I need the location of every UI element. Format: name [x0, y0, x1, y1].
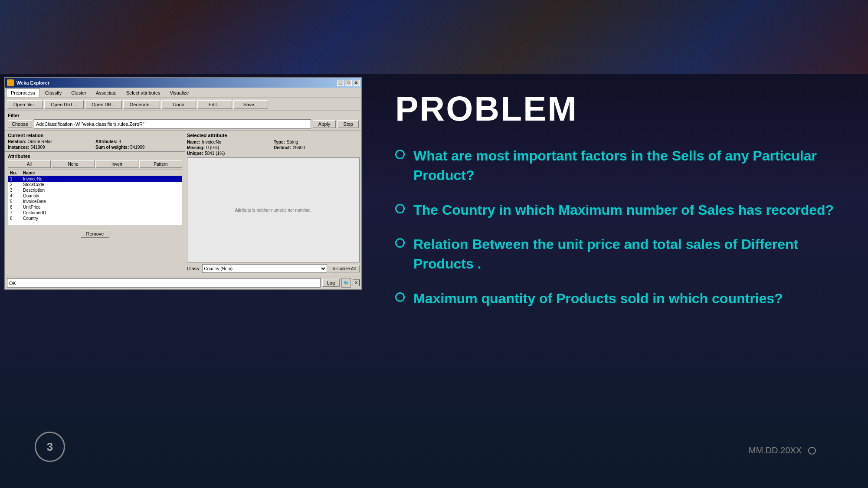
table-row[interactable]: 8 Country: [8, 216, 182, 221]
open-file-button[interactable]: Open file...: [7, 100, 43, 109]
filter-label: Filter: [8, 113, 359, 118]
col-no-header: No.: [10, 170, 23, 175]
pattern-button[interactable]: Pattern: [139, 160, 182, 168]
save-button[interactable]: Save...: [233, 100, 268, 109]
missing-value: 0 (0%): [206, 145, 219, 150]
tab-select-attributes[interactable]: Select attributes: [122, 89, 165, 97]
filter-input[interactable]: [34, 119, 311, 129]
vis-placeholder-text: Attribute is neither numeric nor nominal…: [235, 208, 312, 213]
open-db-button[interactable]: Open DB...: [85, 100, 121, 109]
apply-button[interactable]: Apply: [313, 120, 336, 128]
none-button[interactable]: None: [52, 160, 95, 168]
weka-app-icon: [7, 79, 14, 86]
tab-cluster[interactable]: Cluster: [67, 89, 91, 97]
bullet-text-3: Relation Between the unit price and tota…: [413, 235, 842, 274]
minimize-button[interactable]: _: [337, 80, 344, 86]
current-relation-label: Current relation: [8, 133, 182, 138]
tab-visualize[interactable]: Visualize: [166, 89, 193, 97]
name-value: InvoiceNo: [202, 140, 221, 144]
table-row[interactable]: 6 UnitPrice: [8, 204, 182, 210]
attr-unique-item: Unique: 5841 (1%): [187, 151, 273, 156]
slide-date: MM.DD.20XX: [749, 445, 816, 455]
bullet-text-1: What are most important factors in the S…: [413, 146, 842, 185]
status-text: OK: [7, 278, 321, 288]
missing-label: Missing:: [187, 145, 205, 150]
edit-button[interactable]: Edit...: [197, 100, 232, 109]
table-header: No. Name: [8, 170, 182, 176]
attr-buttons-row: All None Invert Pattern: [8, 160, 182, 168]
bullet-text-2: The Country in which Maximum number of S…: [413, 200, 834, 220]
attributes-table: No. Name 1 InvoiceNo 2 StockCode 3 Descr…: [8, 170, 182, 226]
bg-stripes: [0, 0, 868, 74]
bullet-dot-1: [395, 150, 405, 159]
weka-right-panel: Selected attribute Name: InvoiceNo Type:…: [185, 131, 361, 275]
log-button[interactable]: Log: [322, 279, 340, 287]
type-value: String: [287, 140, 298, 144]
filter-row: Choose Apply Stop: [8, 119, 359, 129]
weka-left-panel: Current relation Relation: Online Retail…: [5, 131, 185, 275]
tab-preprocess[interactable]: Preprocess: [6, 88, 40, 97]
type-label: Type:: [274, 140, 285, 144]
relation-value: Online Retail: [28, 139, 52, 144]
attributes-label: Attributes:: [95, 139, 118, 144]
filter-section: Filter Choose Apply Stop: [5, 111, 361, 131]
all-button[interactable]: All: [8, 160, 51, 168]
bullet-item-4: Maximum quantity of Products sold in whi…: [395, 289, 842, 308]
class-label: Class:: [187, 266, 200, 271]
attributes-label: Attributes: [8, 154, 182, 159]
open-url-button[interactable]: Open URL...: [44, 100, 84, 109]
current-relation-section: Current relation Relation: Online Retail…: [5, 131, 185, 152]
weka-menubar: Preprocess Classify Cluster Associate Se…: [5, 88, 361, 98]
weka-window-controls: _ □ ✕: [337, 80, 360, 86]
visualize-all-button[interactable]: Visualize All: [329, 265, 360, 272]
instances-value: 541909: [30, 145, 45, 150]
status-close-button[interactable]: ✕: [353, 279, 360, 286]
remove-button[interactable]: Remove: [81, 230, 110, 238]
sum-value: 541909: [130, 145, 144, 150]
undo-button[interactable]: Undo: [161, 100, 196, 109]
selected-attribute-label: Selected attribute: [187, 133, 360, 138]
col-name-header: Name: [23, 170, 180, 175]
bullet-text-4: Maximum quantity of Products sold in whi…: [413, 289, 783, 308]
bullet-item-1: What are most important factors in the S…: [395, 146, 842, 185]
attr-missing-item: Missing: 0 (0%): [187, 145, 273, 150]
unique-label: Unique:: [187, 151, 203, 156]
table-row[interactable]: 1 InvoiceNo: [8, 176, 182, 182]
name-label: Name:: [187, 140, 200, 144]
unique-value: 5841 (1%): [205, 151, 225, 156]
tab-classify[interactable]: Classify: [41, 89, 66, 97]
table-row[interactable]: 4 Quantity: [8, 193, 182, 199]
weka-explorer-window: Weka Explorer _ □ ✕ Preprocess Classify …: [4, 77, 362, 290]
attributes-section: Attributes All None Invert Pattern No. N…: [5, 152, 185, 228]
table-row[interactable]: 7 CustomerID: [8, 210, 182, 216]
problem-title: PROBLEM: [395, 89, 842, 129]
table-row[interactable]: 5 InvoiceDate: [8, 199, 182, 204]
maximize-button[interactable]: □: [345, 80, 352, 86]
distinct-value: 25600: [293, 145, 305, 150]
attr-type-item: Type: String: [274, 140, 360, 144]
date-circle: [808, 447, 816, 455]
stop-button[interactable]: Stop: [337, 120, 359, 128]
close-button[interactable]: ✕: [353, 80, 360, 86]
table-row[interactable]: 2 StockCode: [8, 182, 182, 187]
attributes-count-item: Attributes: 8: [95, 139, 182, 144]
slide-number: 3: [35, 432, 65, 462]
table-row[interactable]: 3 Description: [8, 187, 182, 193]
weka-status-bar: OK Log 🐦 ✕: [5, 276, 361, 289]
attributes-value: 8: [118, 139, 121, 144]
choose-button[interactable]: Choose: [8, 120, 32, 128]
invert-button[interactable]: Invert: [95, 160, 138, 168]
instances-label: Instances:: [8, 145, 29, 150]
attribute-info-grid: Name: InvoiceNo Type: String Missing: 0 …: [187, 140, 360, 156]
instances-item: Instances: 541909: [8, 145, 95, 150]
distinct-label: Distinct:: [274, 145, 291, 150]
relation-label: Relation:: [8, 139, 26, 144]
attribute-visualization-area: Attribute is neither numeric nor nominal…: [187, 157, 360, 262]
class-select[interactable]: Country (Nom): [202, 264, 327, 273]
weka-title-group: Weka Explorer: [7, 79, 49, 86]
status-icon-button[interactable]: 🐦: [341, 278, 351, 288]
generate-button[interactable]: Generate...: [123, 100, 160, 109]
tab-associate[interactable]: Associate: [92, 89, 121, 97]
sum-weights-item: Sum of weights: 541909: [95, 145, 182, 150]
bullet-dot-2: [395, 204, 405, 213]
